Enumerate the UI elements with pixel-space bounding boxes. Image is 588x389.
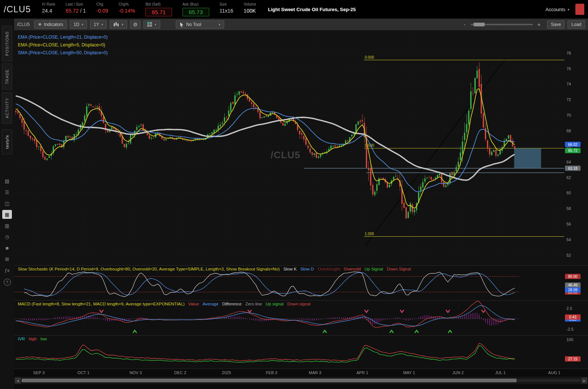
macd-badges: 0.350.43 [565, 314, 581, 321]
study-label[interactable]: Average [203, 302, 219, 306]
load-button[interactable]: Load [568, 20, 585, 29]
indicators-button[interactable]: ✳ Indicators [34, 20, 67, 29]
grid-icon[interactable]: ▥ [2, 221, 12, 230]
fx-icon[interactable]: ƒx [2, 266, 12, 275]
contacts-icon[interactable]: ☻ [2, 243, 12, 252]
time-axis-label: 2025 [222, 370, 231, 375]
range-dropdown[interactable]: 1Y ▾ [90, 20, 107, 29]
zoom-in-button[interactable]: + [537, 21, 541, 27]
ivr-panel[interactable]: 10027.15 [14, 335, 588, 369]
candlestick-chart-icon [113, 22, 119, 27]
scroll-left-button[interactable]: ◂ [15, 377, 21, 383]
study-label[interactable]: Slow K [283, 267, 297, 271]
field-label: Size [220, 2, 233, 6]
field-value-size: 11x16 [220, 8, 233, 14]
field-value-change: -0.09 [96, 8, 108, 14]
drawing-tool-dropdown[interactable]: No Tool ▾ [176, 20, 224, 29]
accounts-dropdown[interactable]: Accounts ▾ [545, 7, 569, 12]
svg-text:80.00: 80.00 [568, 275, 577, 279]
study-label[interactable]: Oversold [344, 267, 361, 271]
zoom-out-button[interactable]: - [462, 21, 467, 27]
study-label[interactable]: Difference [222, 302, 242, 306]
study-label[interactable]: IVR [18, 337, 25, 341]
svg-text:27.15: 27.15 [568, 357, 577, 361]
chart-scrollbar[interactable]: ◂ ▸ [14, 377, 588, 384]
save-button[interactable]: Save [547, 20, 565, 29]
tool-value: No Tool [186, 22, 201, 27]
study-label[interactable]: EMA (Price=CLOSE, Length=5, Displace=0) [18, 41, 108, 49]
svg-text:0.43: 0.43 [569, 315, 576, 319]
load-label: Load [571, 22, 581, 27]
study-label[interactable]: Value [188, 302, 199, 306]
time-axis-label: MAY 1 [403, 370, 415, 375]
macd-legend: MACD (Fast length=8, Slow length=21, MAC… [18, 302, 314, 306]
header-field-size: Size11x16 [220, 2, 233, 14]
study-label[interactable]: Up signal [266, 302, 284, 306]
svg-text:28.09: 28.09 [568, 288, 577, 292]
layout-grid-dropdown[interactable]: ▾ [143, 20, 160, 29]
sidebar-tab-activity[interactable]: ACTIVITY [2, 92, 12, 124]
study-label[interactable]: Zero line [245, 302, 262, 306]
platform-icon[interactable]: ◫ [2, 199, 12, 208]
field-label: IV Rank [42, 2, 55, 6]
scroll-right-button[interactable]: ▸ [581, 377, 587, 383]
study-label[interactable]: Up Signal [365, 267, 383, 271]
chart-icon[interactable]: ▦ [2, 210, 12, 219]
chart-toolbar: /CLU5 ✳ Indicators 1D ▾ 1Y ▾ ▾ [14, 19, 588, 30]
chart-settings-button[interactable]: ⚙ [130, 20, 141, 29]
zoom-slider[interactable] [471, 24, 533, 25]
timeframe-dropdown[interactable]: 1D ▾ [70, 20, 87, 29]
svg-text:52: 52 [566, 253, 571, 257]
quotes-icon[interactable]: ▤ [2, 176, 12, 185]
svg-text:68: 68 [566, 129, 571, 133]
header-field-last-size: Last / Size65.72 / 1 [66, 2, 86, 14]
alert-indicator[interactable] [575, 4, 584, 15]
calendar-icon[interactable]: ⊞ [2, 255, 12, 263]
field-label: Bid (Sell) [145, 2, 172, 6]
watchlist-icon[interactable]: ☰ [2, 188, 12, 197]
scrollbar-thumb[interactable] [22, 379, 517, 382]
study-label[interactable]: MACD (Fast length=8, Slow length=21, MAC… [18, 302, 185, 306]
svg-text:54: 54 [566, 237, 571, 242]
sidebar-tab-tastyfx[interactable]: tastyfx [2, 129, 12, 154]
ivr-legend: IVRhighlow [18, 337, 51, 341]
field-label: Chg [96, 2, 108, 6]
chevron-down-icon: ▾ [219, 23, 220, 26]
save-label: Save [551, 22, 561, 27]
chart-type-dropdown[interactable]: ▾ [110, 20, 127, 29]
help-icon[interactable]: ? [4, 279, 11, 286]
study-label[interactable]: Slow Stochastic (K Period=14, D Period=9… [18, 267, 280, 271]
header-field-change: Chg-0.09 [96, 2, 108, 14]
time-axis-label: AUG 1 [548, 370, 560, 375]
field-value-change-pct: -0.14% [119, 8, 135, 14]
sidebar-tab-trade[interactable]: TRADE [2, 64, 12, 90]
study-label[interactable]: Slow D [300, 267, 314, 271]
svg-text:58: 58 [566, 206, 571, 211]
stochastic-legend: Slow Stochastic (K Period=14, D Period=9… [18, 267, 414, 271]
study-label[interactable]: Overbought [318, 267, 340, 271]
study-label[interactable]: Down Signal [387, 267, 411, 271]
time-axis-label: MAR 3 [309, 370, 322, 375]
svg-text:60: 60 [566, 191, 571, 195]
zoom-slider-handle[interactable] [474, 23, 485, 26]
svg-text:70: 70 [566, 113, 571, 117]
zone-rectangle-drawing[interactable] [514, 148, 541, 168]
svg-text:65.72: 65.72 [568, 149, 577, 153]
stoch-badges: 80.0046.4920.0028.09 [565, 274, 581, 295]
study-label[interactable]: low [41, 337, 47, 341]
header-field-bid: Bid (Sell)65.71 [145, 2, 172, 16]
field-value-bid[interactable]: 65.71 [145, 8, 172, 16]
study-label[interactable]: high [29, 337, 37, 341]
study-label[interactable]: EMA (Price=CLOSE, Length=21, Displace=0) [18, 33, 108, 41]
study-label[interactable]: SMA (Price=CLOSE, Length=50, Displace=0) [18, 49, 108, 57]
history-icon[interactable]: ◷ [2, 232, 12, 241]
time-axis-label: OCT 1 [77, 370, 89, 375]
field-value-last-size: 65.72 / 1 [66, 8, 86, 14]
study-label[interactable]: Down signal [287, 302, 311, 306]
price-chart-panel[interactable]: 0.0000.5001.0007876747270686664626058565… [14, 30, 588, 265]
time-axis-label: JUN 2 [452, 370, 464, 375]
field-value-ask[interactable]: 65.73 [182, 8, 209, 16]
range-value: 1Y [94, 22, 99, 27]
time-axis-label: SEP 3 [33, 370, 45, 375]
sidebar-tab-positions[interactable]: POSITIONS [2, 26, 12, 61]
